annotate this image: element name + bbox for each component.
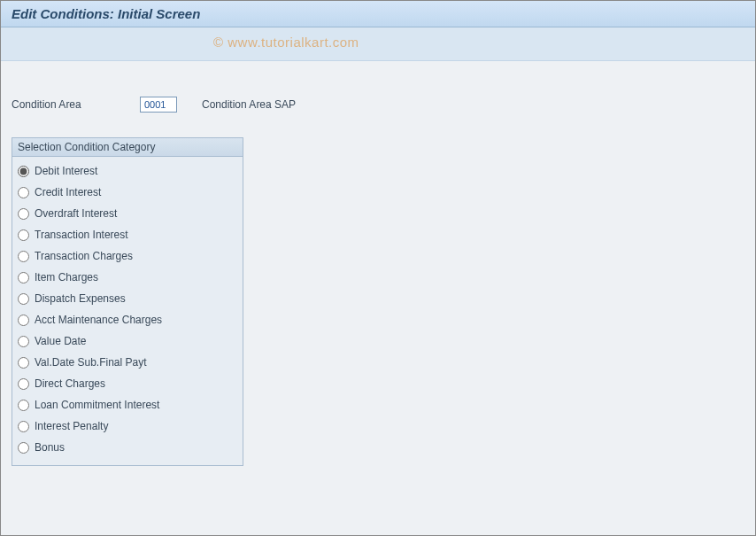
radio-label[interactable]: Value Date xyxy=(35,335,86,347)
radio-input[interactable] xyxy=(18,357,29,369)
radio-input[interactable] xyxy=(18,208,29,220)
radio-item: Item Charges xyxy=(18,267,237,288)
radio-item: Overdraft Interest xyxy=(18,203,237,224)
radio-item: Transaction Charges xyxy=(18,245,237,267)
radio-item: Debit Interest xyxy=(18,160,237,182)
page-title: Edit Conditions: Initial Screen xyxy=(12,6,200,21)
radio-input[interactable] xyxy=(18,442,29,454)
radio-item: Transaction Interest xyxy=(18,224,237,245)
content-area: Condition Area Condition Area SAP Select… xyxy=(1,61,755,535)
radio-list: Debit InterestCredit InterestOverdraft I… xyxy=(12,157,243,465)
radio-label[interactable]: Val.Date Sub.Final Payt xyxy=(35,356,147,369)
radio-label[interactable]: Overdraft Interest xyxy=(35,207,117,220)
toolbar-area: © www.tutorialkart.com xyxy=(1,27,755,61)
watermark-text: © www.tutorialkart.com xyxy=(213,35,359,50)
radio-label[interactable]: Dispatch Expenses xyxy=(35,292,126,305)
radio-label[interactable]: Debit Interest xyxy=(35,165,97,177)
radio-input[interactable] xyxy=(18,378,29,390)
radio-item: Credit Interest xyxy=(18,182,237,203)
radio-input[interactable] xyxy=(18,187,29,198)
radio-input[interactable] xyxy=(18,421,29,432)
condition-area-row: Condition Area Condition Area SAP xyxy=(12,97,744,113)
radio-item: Direct Charges xyxy=(18,373,237,394)
radio-label[interactable]: Direct Charges xyxy=(35,377,105,390)
radio-input[interactable] xyxy=(18,229,29,241)
radio-item: Bonus xyxy=(18,437,237,458)
radio-label[interactable]: Acct Maintenance Charges xyxy=(35,314,162,326)
radio-item: Value Date xyxy=(18,330,237,352)
radio-label[interactable]: Transaction Charges xyxy=(35,250,133,262)
radio-label[interactable]: Credit Interest xyxy=(35,186,101,198)
radio-item: Dispatch Expenses xyxy=(18,288,237,309)
radio-item: Interest Penalty xyxy=(18,416,237,437)
radio-label[interactable]: Interest Penalty xyxy=(35,420,108,432)
radio-item: Val.Date Sub.Final Payt xyxy=(18,352,237,373)
group-title: Selection Condition Category xyxy=(12,138,243,157)
radio-input[interactable] xyxy=(18,166,29,177)
radio-label[interactable]: Loan Commitment Interest xyxy=(35,399,159,411)
radio-input[interactable] xyxy=(18,400,29,411)
condition-area-label: Condition Area xyxy=(12,98,140,111)
radio-label[interactable]: Bonus xyxy=(35,441,65,454)
condition-area-input[interactable] xyxy=(140,97,177,113)
radio-input[interactable] xyxy=(18,336,29,347)
condition-area-description: Condition Area SAP xyxy=(202,98,296,111)
radio-item: Loan Commitment Interest xyxy=(18,394,237,416)
title-bar: Edit Conditions: Initial Screen xyxy=(1,1,755,27)
radio-label[interactable]: Item Charges xyxy=(35,271,98,284)
radio-item: Acct Maintenance Charges xyxy=(18,309,237,330)
radio-input[interactable] xyxy=(18,251,29,262)
selection-condition-category-group: Selection Condition Category Debit Inter… xyxy=(12,137,243,466)
radio-input[interactable] xyxy=(18,272,29,284)
radio-input[interactable] xyxy=(18,293,29,305)
radio-label[interactable]: Transaction Interest xyxy=(35,229,128,241)
radio-input[interactable] xyxy=(18,315,29,326)
